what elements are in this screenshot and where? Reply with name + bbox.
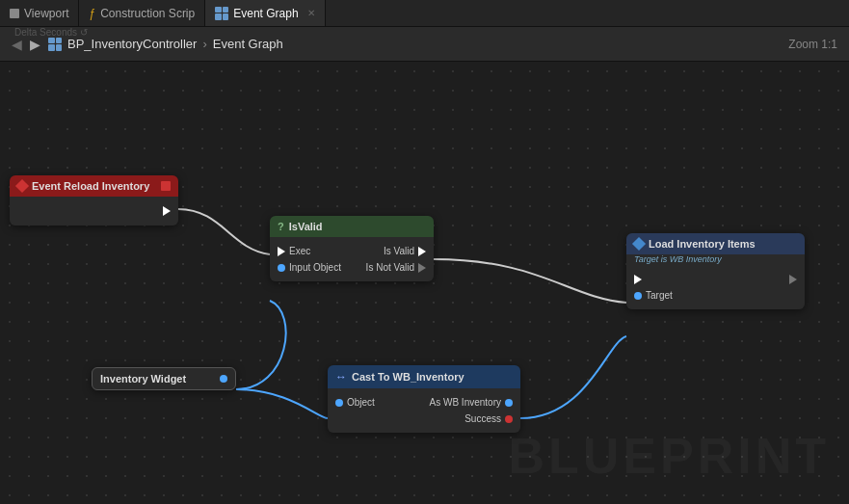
load-exec-in-pin — [634, 275, 642, 284]
inventory-widget-title: Inventory Widget — [100, 373, 186, 385]
event-reload-body — [10, 197, 178, 225]
graph-icon — [215, 7, 228, 20]
isvalid-exec-in: Exec — [278, 246, 310, 256]
cast-object-pin — [335, 399, 343, 407]
isvalid-exec-label: Exec — [289, 246, 310, 256]
isvalid-isvalid-label: Is Valid — [384, 246, 414, 256]
tab-event-graph-label: Event Graph — [233, 7, 298, 20]
event-reload-header: Event Reload Inventory — [10, 175, 178, 197]
tab-bar: Viewport ƒ Construction Scrip Event Grap… — [0, 0, 849, 27]
isvalid-body: Exec Is Valid Input Object Is Not Valid — [270, 237, 434, 281]
cast-aswb-pin — [505, 399, 513, 407]
isvalid-notvalid-out: Is Not Valid — [366, 262, 426, 273]
event-exec-out-row — [10, 202, 178, 220]
cast-header: ↔ Cast To WB_Inventory — [328, 365, 520, 388]
load-exec-out — [789, 275, 797, 284]
breadcrumb-controller[interactable]: BP_InventoryController — [67, 37, 197, 51]
isvalid-object-row: Input Object Is Not Valid — [270, 259, 434, 276]
event-close-pin — [161, 181, 171, 191]
load-body: Target — [626, 266, 805, 309]
cast-success-label: Success — [464, 413, 501, 424]
tab-viewport-label: Viewport — [24, 7, 68, 20]
load-target-label: Target — [646, 290, 673, 301]
load-exec-row — [626, 272, 805, 287]
cast-title: Cast To WB_Inventory — [352, 371, 464, 383]
blueprint-canvas[interactable]: Event Reload Inventory ? IsValid Exec Is… — [0, 62, 849, 504]
load-title: Load Inventory Items — [649, 238, 756, 250]
nav-back-button[interactable]: ◀ — [12, 37, 22, 52]
isvalid-header: ? IsValid — [270, 216, 434, 237]
nav-forward-button[interactable]: ▶ — [30, 37, 40, 52]
isvalid-exec-in-pin — [278, 247, 285, 256]
cast-aswb-label: As WB Inventory — [430, 397, 501, 408]
tab-close-button[interactable]: ✕ — [307, 8, 315, 18]
cast-object-label: Object — [347, 397, 375, 408]
cast-success-pin — [505, 415, 513, 423]
blueprint-watermark: BLUEPRINT — [508, 427, 830, 485]
breadcrumb-bar: ◀ ▶ BP_InventoryController › Event Graph… — [0, 27, 849, 62]
load-subtitle: Target is WB Inventory — [626, 254, 805, 266]
tab-viewport[interactable]: Viewport — [0, 0, 79, 26]
event-reload-inventory-node[interactable]: Event Reload Inventory — [10, 175, 178, 225]
load-diamond-icon — [632, 237, 646, 251]
bp-grid-icon — [48, 38, 62, 51]
cast-object-in: Object — [335, 397, 375, 408]
inventory-widget-header: Inventory Widget — [92, 367, 236, 390]
inventory-widget-node[interactable]: Inventory Widget — [92, 367, 236, 390]
cast-aswb-out: As WB Inventory — [430, 397, 513, 408]
event-exec-out-pin — [163, 206, 171, 216]
event-diamond-icon — [15, 179, 29, 193]
isvalid-isvalid-out: Is Valid — [384, 246, 426, 256]
cast-wb-inventory-node[interactable]: ↔ Cast To WB_Inventory Object As WB Inve… — [328, 365, 520, 433]
load-exec-in — [634, 275, 642, 284]
isvalid-title: IsValid — [289, 221, 323, 232]
load-exec-out-pin — [789, 275, 797, 284]
isvalid-node[interactable]: ? IsValid Exec Is Valid Input Object — [270, 216, 434, 281]
load-header: Load Inventory Items — [626, 233, 805, 254]
cast-success-out: Success — [464, 413, 513, 424]
isvalid-exec-row: Exec Is Valid — [270, 243, 434, 259]
cast-body: Object As WB Inventory Success — [328, 388, 520, 433]
cast-icon: ↔ — [335, 370, 347, 384]
isvalid-notvalid-pin — [418, 263, 426, 273]
cast-success-row: Success — [328, 411, 520, 427]
isvalid-object-label: Input Object — [289, 262, 341, 273]
isvalid-isvalid-pin — [418, 247, 426, 256]
script-icon: ƒ — [89, 7, 95, 20]
load-inventory-items-node[interactable]: Load Inventory Items Target is WB Invent… — [626, 233, 805, 309]
isvalid-input-object: Input Object — [278, 262, 341, 273]
tab-construction-label: Construction Scrip — [100, 7, 195, 20]
zoom-label: Zoom 1:1 — [788, 38, 837, 51]
isvalid-question-icon: ? — [278, 221, 284, 232]
viewport-icon — [10, 9, 19, 18]
tab-construction-script[interactable]: ƒ Construction Scrip — [79, 0, 205, 26]
cast-object-row: Object As WB Inventory — [328, 394, 520, 411]
load-target-pin — [634, 292, 642, 300]
load-target-in: Target — [634, 290, 673, 301]
breadcrumb-path: BP_InventoryController › Event Graph — [48, 37, 283, 51]
inventory-widget-out-pin — [220, 375, 227, 383]
breadcrumb-separator: › — [202, 37, 206, 51]
isvalid-notvalid-label: Is Not Valid — [366, 262, 414, 273]
event-reload-title: Event Reload Inventory — [32, 180, 149, 192]
load-target-row: Target — [626, 287, 805, 304]
tab-event-graph[interactable]: Event Graph ✕ — [205, 0, 325, 26]
breadcrumb-graph[interactable]: Event Graph — [213, 37, 283, 51]
breadcrumb-nav: ◀ ▶ BP_InventoryController › Event Graph — [12, 37, 283, 52]
delta-seconds-hint: Delta Seconds ↺ — [14, 27, 88, 38]
isvalid-object-pin — [278, 264, 285, 272]
